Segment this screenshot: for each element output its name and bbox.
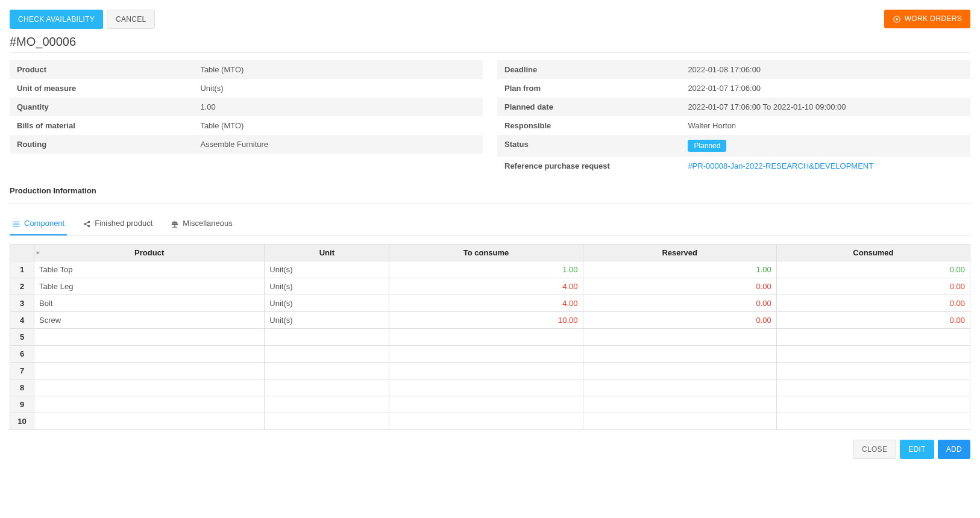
col-rownum-header[interactable] [10, 244, 34, 261]
table-row[interactable]: 6 [10, 345, 970, 362]
cell-reserved [583, 345, 776, 362]
cell-product: Table Top [34, 261, 265, 278]
row-number: 1 [10, 261, 34, 278]
detail-value: Walter Horton [688, 121, 963, 130]
table-row[interactable]: 2Table LegUnit(s)4.000.000.00 [10, 278, 970, 295]
work-orders-button[interactable]: WORK ORDERS [884, 10, 970, 28]
cell-toconsume [389, 379, 583, 396]
close-button[interactable]: CLOSE [853, 440, 896, 459]
detail-label: Status [504, 140, 688, 152]
col-unit-header[interactable]: Unit [265, 244, 389, 261]
table-row[interactable]: 1Table TopUnit(s)1.001.000.00 [10, 261, 970, 278]
detail-value: Planned [688, 140, 963, 152]
row-number: 3 [10, 295, 34, 311]
table-row[interactable]: 4ScrewUnit(s)10.000.000.00 [10, 311, 970, 328]
cell-consumed [776, 345, 970, 362]
table-row[interactable]: 8 [10, 379, 970, 396]
detail-value: 1.00 [200, 102, 476, 111]
cell-unit: Unit(s) [265, 295, 389, 311]
reference-link[interactable]: #PR-00008-Jan-2022-RESEARCH&DEVELOPMENT [688, 161, 873, 170]
cell-consumed: 0.00 [776, 311, 970, 328]
tab-miscellaneous[interactable]: Miscellaneous [168, 213, 234, 236]
row-number: 7 [10, 362, 34, 379]
detail-label: Quantity [17, 102, 200, 111]
cell-unit [265, 396, 389, 413]
tab-label: Miscellaneous [183, 219, 232, 228]
detail-label: Planned date [504, 102, 688, 111]
detail-row: ProductTable (MTO) [10, 60, 483, 79]
cell-unit [265, 379, 389, 396]
cell-reserved [583, 328, 776, 345]
cell-unit: Unit(s) [265, 261, 389, 278]
detail-row: StatusPlanned [497, 135, 970, 157]
divider [10, 204, 970, 204]
detail-row: RoutingAssemble Furniture [10, 135, 483, 154]
play-circle-icon [893, 14, 901, 23]
cell-reserved [583, 362, 776, 379]
cell-toconsume [389, 396, 583, 413]
detail-value: Assemble Furniture [200, 140, 476, 149]
detail-label: Routing [17, 140, 200, 149]
detail-value: Table (MTO) [200, 65, 476, 74]
col-reserved-header[interactable]: Reserved [583, 244, 776, 261]
detail-row: Unit of measureUnit(s) [10, 79, 483, 98]
cell-reserved: 0.00 [583, 311, 776, 328]
detail-row: Reference purchase request#PR-00008-Jan-… [497, 157, 970, 175]
table-row[interactable]: 10 [10, 413, 970, 429]
col-product-header[interactable]: ▸Product [34, 244, 265, 261]
detail-label: Responsible [504, 121, 688, 130]
col-product-label: Product [134, 248, 164, 257]
svg-point-5 [89, 221, 90, 222]
cell-product [34, 379, 265, 396]
cell-reserved [583, 396, 776, 413]
footer-toolbar: CLOSE EDIT ADD [10, 440, 970, 459]
row-number: 4 [10, 311, 34, 328]
work-orders-label: WORK ORDERS [905, 14, 962, 23]
cell-unit [265, 413, 389, 429]
cell-product: Screw [34, 311, 265, 328]
cell-consumed: 0.00 [776, 295, 970, 311]
list-icon [12, 219, 20, 228]
svg-rect-3 [13, 225, 20, 226]
top-toolbar-left: CHECK AVAILABILITY CANCEL [10, 10, 155, 29]
table-row[interactable]: 5 [10, 328, 970, 345]
detail-label: Reference purchase request [504, 161, 688, 170]
cell-consumed [776, 362, 970, 379]
edit-button[interactable]: EDIT [900, 440, 934, 459]
cell-toconsume: 4.00 [389, 295, 583, 311]
tab-label: Finished product [95, 219, 152, 228]
cell-consumed [776, 328, 970, 345]
cancel-button[interactable]: CANCEL [107, 10, 155, 29]
detail-label: Product [17, 65, 200, 74]
details-right-panel: Deadline2022-01-08 17:06:00Plan from2022… [497, 60, 970, 175]
cell-consumed [776, 396, 970, 413]
detail-row: Deadline2022-01-08 17:06:00 [497, 60, 970, 79]
check-availability-button[interactable]: CHECK AVAILABILITY [10, 10, 103, 29]
table-row[interactable]: 7 [10, 362, 970, 379]
cell-product [34, 345, 265, 362]
cell-consumed [776, 413, 970, 429]
detail-row: Quantity1.00 [10, 98, 483, 116]
cell-unit [265, 328, 389, 345]
tab-finished-product[interactable]: Finished product [80, 213, 155, 236]
cell-product [34, 413, 265, 429]
components-table: ▸Product Unit To consume Reserved Consum… [10, 244, 970, 430]
table-row[interactable]: 9 [10, 396, 970, 413]
tab-component[interactable]: Component [10, 213, 67, 236]
detail-value: 2022-01-07 17:06:00 [688, 84, 963, 93]
cell-product [34, 362, 265, 379]
table-row[interactable]: 3BoltUnit(s)4.000.000.00 [10, 295, 970, 311]
detail-row: Bills of materialTable (MTO) [10, 116, 483, 135]
detail-value: Unit(s) [200, 84, 476, 93]
detail-label: Deadline [504, 65, 688, 74]
cell-reserved: 0.00 [583, 278, 776, 295]
col-toconsume-header[interactable]: To consume [389, 244, 583, 261]
top-toolbar: CHECK AVAILABILITY CANCEL WORK ORDERS [10, 10, 970, 29]
add-button[interactable]: ADD [938, 440, 970, 459]
col-consumed-header[interactable]: Consumed [776, 244, 970, 261]
cell-reserved [583, 413, 776, 429]
details-left-panel: ProductTable (MTO)Unit of measureUnit(s)… [10, 60, 483, 175]
cell-unit: Unit(s) [265, 311, 389, 328]
detail-value: 2022-01-07 17:06:00 To 2022-01-10 09:00:… [688, 102, 963, 111]
detail-row: ResponsibleWalter Horton [497, 116, 970, 135]
